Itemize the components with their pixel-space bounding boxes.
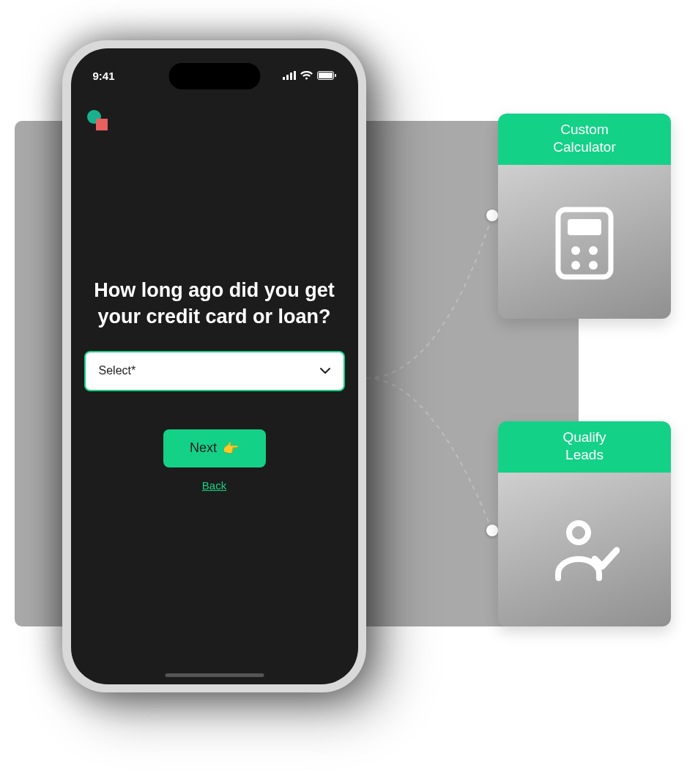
cellular-icon (283, 71, 296, 80)
pointing-hand-icon: 👉 (223, 440, 239, 456)
card-body (498, 165, 671, 319)
svg-rect-6 (335, 74, 336, 77)
svg-point-11 (571, 261, 580, 270)
card-title-line: Calculator (498, 138, 671, 156)
next-button-label: Next (190, 440, 217, 456)
svg-point-13 (569, 523, 588, 542)
card-header: Custom Calculator (498, 114, 671, 165)
svg-rect-8 (568, 219, 601, 235)
duration-select[interactable]: Select* (84, 351, 345, 391)
question-heading: How long ago did you get your credit car… (84, 277, 345, 330)
connector-node (486, 210, 498, 221)
phone-notch (168, 63, 260, 89)
card-title-line: Custom (498, 121, 671, 138)
person-check-icon (549, 518, 620, 584)
status-time: 9:41 (93, 70, 115, 82)
app-content: How long ago did you get your credit car… (71, 107, 358, 662)
card-qualify-leads: Qualify Leads (498, 421, 671, 626)
svg-point-12 (589, 261, 598, 270)
phone-mockup: 9:41 How long ago did you get your credi… (62, 40, 366, 692)
card-body (498, 473, 671, 627)
svg-rect-1 (286, 75, 289, 80)
calculator-icon (555, 207, 614, 280)
back-link[interactable]: Back (202, 479, 226, 492)
svg-rect-2 (290, 73, 292, 80)
select-placeholder: Select* (99, 364, 136, 377)
home-indicator (165, 673, 264, 677)
battery-icon (317, 71, 336, 80)
svg-point-10 (589, 246, 598, 255)
status-indicators (283, 71, 336, 80)
chevron-down-icon (320, 368, 330, 374)
card-custom-calculator: Custom Calculator (498, 114, 671, 319)
app-logo (87, 110, 108, 130)
svg-rect-3 (294, 71, 296, 80)
card-title-line: Qualify (498, 429, 671, 446)
card-title-line: Leads (498, 446, 671, 464)
connector-node (486, 525, 498, 536)
next-button[interactable]: Next 👉 (163, 429, 266, 467)
wifi-icon (300, 71, 313, 80)
svg-point-9 (571, 246, 580, 255)
svg-rect-0 (283, 77, 285, 80)
phone-screen: 9:41 How long ago did you get your credi… (71, 48, 358, 684)
card-header: Qualify Leads (498, 421, 671, 473)
svg-rect-5 (319, 73, 333, 78)
